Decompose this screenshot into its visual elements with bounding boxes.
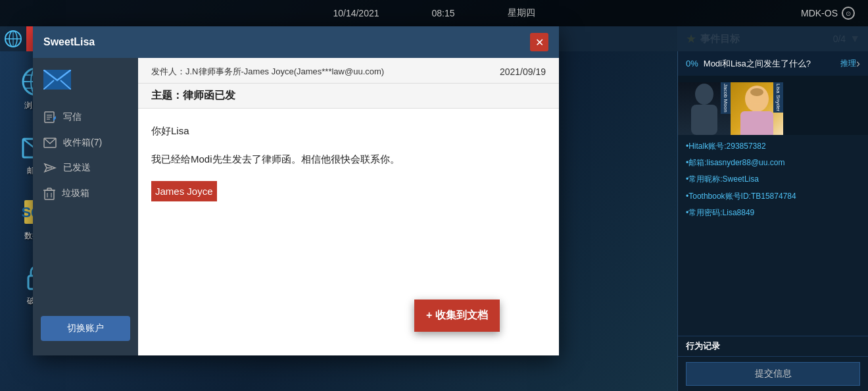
os-icon: ⊙ [842,7,855,20]
password-key: •常用密码: [686,208,723,217]
characters-area: Jacob Moon Lisa Snyder [678,76,868,135]
email-content: 发件人：J.N律师事务所-James Joyce(James***law@uu.… [138,58,559,355]
nickname-key: •常用昵称: [686,174,723,184]
os-indicator: MDK-OS ⊙ [801,7,855,20]
modal-body: 写信 收件箱(7) 已发送 [33,58,559,355]
question-pct: 0% [686,59,698,68]
trash-label: 垃圾箱 [62,188,89,199]
nav-sent[interactable]: 已发送 [33,155,138,180]
sent-label: 已发送 [63,162,91,174]
question-text: Modi和Lisa之间发生了什么? [704,58,840,70]
svg-rect-19 [740,111,773,135]
os-name: MDK-OS [801,8,838,18]
modal-title: SweetLisa [43,36,95,48]
compose-icon [43,111,57,124]
submit-btn-area: 提交信息 [678,356,868,391]
email-sidebar: 写信 收件箱(7) 已发送 [33,58,138,355]
behavior-label: 行为记录 [678,336,868,356]
inbox-icon [43,138,57,148]
email-paragraph: 我已经给Modi先生发去了律师函。相信他很快会联系你。 [151,150,546,168]
info-nickname: •常用昵称:SweetLisa [686,173,860,186]
toothbook-key: •Toothbook账号ID: [686,192,751,201]
right-panel: ★ 事件目标 0/4 ▼ 0% Modi和Lisa之间发生了什么? 推理 › [677,26,868,391]
collect-to-doc-popup[interactable]: + 收集到文档 [414,300,500,332]
character-jacob: Jacob Moon [678,82,731,135]
switch-account-button[interactable]: 切换账户 [41,316,130,341]
password-val: Lisa8849 [723,208,755,217]
info-password: •常用密码:Lisa8849 [686,207,860,219]
info-email: •邮箱:lisasnyder88@uu.com [686,157,860,169]
email-key: •邮箱: [686,158,707,167]
sent-icon [43,163,57,173]
compose-label: 写信 [63,111,82,123]
toothbook-val: TB15874784 [751,192,796,201]
email-body: 你好Lisa 我已经给Modi先生发去了律师函。相信他很快会联系你。 James… [138,109,559,355]
email-val: lisasnyder88@uu.com [707,158,785,167]
time-display: 08:15 [432,8,455,18]
lisa-label: Lisa Snyder [773,82,783,113]
modal-header: SweetLisa ✕ [33,26,559,58]
signature-highlighted[interactable]: James Joyce [151,181,217,201]
email-signature-line: James Joyce [151,181,546,201]
info-list: •Hitalk账号:293857382 •邮箱:lisasnyder88@uu.… [678,135,868,336]
svg-point-16 [695,84,713,105]
email-subject-bar: 主题：律师函已发 [138,84,559,109]
topbar: 10/14/2021 08:15 星期四 MDK-OS ⊙ [0,0,868,26]
submit-button[interactable]: 提交信息 [686,362,860,386]
hitalk-label: •Hitalk账号: [686,142,727,151]
svg-point-20 [750,88,763,96]
modal-overlay: SweetLisa ✕ [33,26,677,391]
info-toothbook: •Toothbook账号ID:TB15874784 [686,190,860,203]
hitalk-value: 293857382 [727,142,766,151]
email-from: 发件人：J.N律师事务所-James Joyce(James***law@uu.… [151,66,384,78]
nav-compose[interactable]: 写信 [33,104,138,130]
inbox-label: 收件箱(7) [63,137,102,149]
weekday-display: 星期四 [508,7,535,19]
email-logo [33,65,138,97]
trash-icon [43,187,55,200]
chevron-right-icon[interactable]: › [856,57,860,70]
email-meta: 发件人：J.N律师事务所-James Joyce(James***law@uu.… [138,58,559,84]
email-greeting: 你好Lisa [151,122,546,140]
nickname-val: SweetLisa [723,174,759,184]
desktop: NG OUT 10/14/2021 08:15 星期四 MDK-OS ⊙ New… [0,0,868,391]
email-subject: 主题：律师函已发 [151,90,235,101]
character-lisa: Lisa Snyder [731,82,783,135]
event-question-row: 0% Modi和Lisa之间发生了什么? 推理 › [678,51,868,76]
close-button[interactable]: ✕ [530,33,548,51]
info-hitalk: •Hitalk账号:293857382 [686,140,860,153]
nav-trash[interactable]: 垃圾箱 [33,180,138,207]
jacob-label: Jacob Moon [721,82,731,114]
nav-inbox[interactable]: 收件箱(7) [33,130,138,155]
svg-rect-32 [45,190,54,199]
date-display: 10/14/2021 [333,8,379,18]
globe-icon [4,30,22,48]
reason-button[interactable]: 推理 [840,58,856,69]
email-modal: SweetLisa ✕ [33,26,559,355]
email-date: 2021/09/19 [500,66,546,77]
svg-rect-17 [691,105,717,135]
